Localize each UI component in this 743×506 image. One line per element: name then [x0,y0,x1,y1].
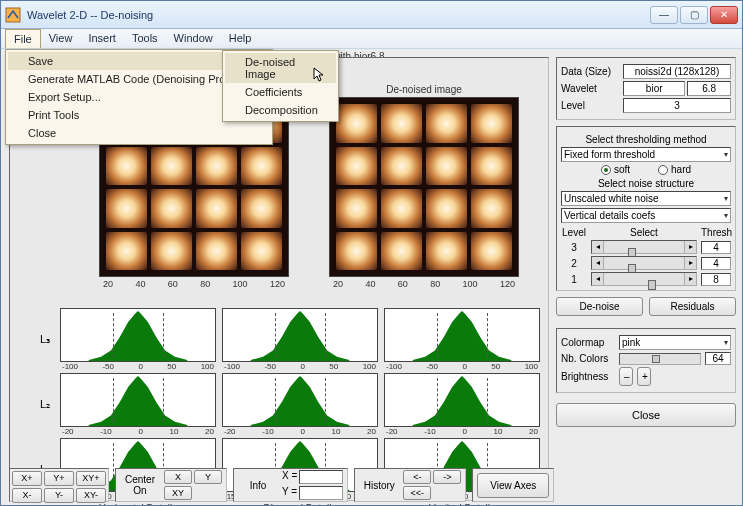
history-rewind-button[interactable]: <<- [403,486,431,500]
save-coefficients[interactable]: Coefficients [225,83,336,101]
file-close[interactable]: Close [8,124,270,142]
brightness-plus-button[interactable]: + [637,367,651,386]
view-axes-button[interactable]: View Axes [477,473,549,498]
save-decomposition[interactable]: Decomposition [225,101,336,119]
row-label-l2: L₂ [36,373,54,436]
zoom-x-plus[interactable]: X+ [12,471,42,486]
colormap-label: Colormap [561,337,615,348]
colormap-combo[interactable]: pink [619,335,731,350]
level-label: Level [561,100,623,111]
nb-colors-slider[interactable] [619,353,701,365]
radio-dot-icon [601,165,611,175]
minimize-button[interactable]: ― [650,6,678,24]
history-back-button[interactable]: <- [403,470,431,484]
slider-left-icon[interactable]: ◂ [592,241,604,253]
noise-structure-value: Unscaled white noise [564,193,659,204]
center-xy-button[interactable]: XY [164,486,192,500]
nb-colors-input[interactable]: 64 [705,352,731,365]
hist-l2-h [60,373,216,427]
zoom-buttons: X+ Y+ XY+ X- Y- XY- [9,468,109,502]
thresh-value-1[interactable]: 8 [701,273,731,286]
thresh-level-2: 2 [561,258,587,269]
info-x-label: X = [282,470,297,484]
details-value: Vertical details coefs [564,210,655,221]
hist-l2-d [222,373,378,427]
menu-help[interactable]: Help [221,29,260,48]
history-label: History [359,480,399,491]
colormap-panel: Colormap pink Nb. Colors 64 Brightness –… [556,328,736,393]
file-print-label: Print Tools [28,109,79,121]
thresh-hdr-level: Level [561,227,587,238]
data-size-value: noissi2d (128x128) [623,64,731,79]
radio-hard-label: hard [671,164,691,175]
nb-colors-label: Nb. Colors [561,353,615,364]
slider-left-icon[interactable]: ◂ [592,273,604,285]
hist-l2-v [384,373,540,427]
residuals-button[interactable]: Residuals [649,297,736,316]
file-export-label: Export Setup... [28,91,101,103]
menu-insert[interactable]: Insert [80,29,124,48]
window-title: Wavelet 2-D -- De-noising [27,9,650,21]
slider-left-icon[interactable]: ◂ [592,257,604,269]
denoise-button[interactable]: De-noise [556,297,643,316]
center-on-label: Center On [120,474,160,496]
radio-hard[interactable]: hard [658,164,691,175]
thresh-value-2[interactable]: 4 [701,257,731,270]
info-panel: Data (Size)noissi2d (128x128) Waveletbio… [556,57,736,120]
zoom-y-minus[interactable]: Y- [44,488,74,503]
file-close-label: Close [28,127,56,139]
center-x-button[interactable]: X [164,470,192,484]
threshold-method-combo[interactable]: Fixed form threshold [561,147,731,162]
save-coeff-label: Coefficients [245,86,302,98]
colormap-value: pink [622,337,640,348]
radio-dot-icon [658,165,668,175]
noise-structure-combo[interactable]: Unscaled white noise [561,191,731,206]
right-panel: Data (Size)noissi2d (128x128) Waveletbio… [556,57,736,427]
thresh-slider-3[interactable]: ◂▸ [591,240,697,254]
info-box: Info X = Y = [233,468,348,502]
close-panel-button[interactable]: Close [556,403,736,427]
radio-soft[interactable]: soft [601,164,630,175]
menu-window[interactable]: Window [166,29,221,48]
radio-soft-label: soft [614,164,630,175]
menu-tools[interactable]: Tools [124,29,166,48]
thresh-slider-2[interactable]: ◂▸ [591,256,697,270]
thresh-level-1: 1 [561,274,587,285]
info-x-value [299,470,343,484]
close-window-button[interactable]: ✕ [710,6,738,24]
zoom-xy-plus[interactable]: XY+ [76,471,106,486]
zoom-xy-minus[interactable]: XY- [76,488,106,503]
hist-l3-h [60,308,216,362]
slider-right-icon[interactable]: ▸ [684,257,696,269]
thresh-value-3[interactable]: 4 [701,241,731,254]
thresh-level-3: 3 [561,242,587,253]
thresh-slider-1[interactable]: ◂▸ [591,272,697,286]
menu-view[interactable]: View [41,29,81,48]
wavelet-family-value: bior [623,81,685,96]
original-image-xaxis: 20406080100120 [99,279,289,289]
thresh-hdr-select: Select [591,227,697,238]
zoom-x-minus[interactable]: X- [12,488,42,503]
app-icon [5,7,21,23]
hist-l3-v [384,308,540,362]
zoom-y-plus[interactable]: Y+ [44,471,74,486]
denoised-image-caption: De-noised image [329,84,519,95]
center-y-button[interactable]: Y [194,470,222,484]
brightness-minus-button[interactable]: – [619,367,633,386]
menubar: File View Insert Tools Window Help [1,29,742,49]
hist-l3-d [222,308,378,362]
center-on-box: Center On X Y XY [115,468,227,502]
wavelet-order-value: 6.8 [687,81,731,96]
mouse-cursor-icon [313,67,325,83]
info-y-label: Y = [282,486,297,500]
file-generate-code-label: Generate MATLAB Code (Denoising Process) [28,73,252,85]
slider-right-icon[interactable]: ▸ [684,273,696,285]
details-combo[interactable]: Vertical details coefs [561,208,731,223]
noise-structure-title: Select noise structure [561,178,731,189]
history-forward-button[interactable]: -> [433,470,461,484]
maximize-button[interactable]: ▢ [680,6,708,24]
row-label-l3: L₃ [36,308,54,371]
slider-right-icon[interactable]: ▸ [684,241,696,253]
menu-file[interactable]: File [5,29,41,48]
file-save-label: Save [28,55,53,67]
